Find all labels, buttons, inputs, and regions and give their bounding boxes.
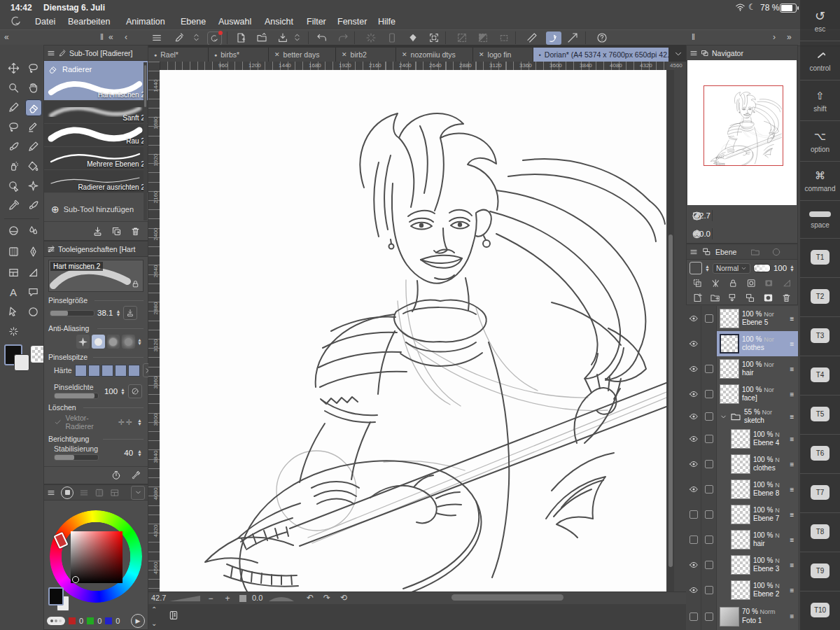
doc-tab-logo-fin[interactable]: ✕logo fin (473, 48, 533, 62)
redo-icon[interactable] (337, 32, 349, 43)
palette-color-stepper[interactable]: ▲▼ (705, 265, 710, 272)
panel-menu-icon[interactable] (690, 49, 698, 57)
layer-row-clothes-selected[interactable]: 100 % Norclothes≡ (686, 331, 798, 357)
sv-square[interactable] (71, 531, 122, 583)
command-icon[interactable]: ⌘ (800, 169, 840, 182)
tool-move[interactable] (6, 60, 21, 76)
layer-row-ebene5[interactable]: 100 % NorEbene 5≡ (686, 306, 798, 332)
control-key[interactable]: control (800, 64, 840, 72)
tab-color-slider-icon[interactable] (79, 488, 89, 498)
save-icon[interactable] (277, 32, 288, 43)
tool-blend-brush[interactable] (25, 197, 41, 213)
size-source-button[interactable] (123, 306, 137, 320)
subtool-item-3[interactable]: Mehrere Ebenen 2 (44, 147, 148, 170)
layer-checkbox[interactable] (701, 426, 717, 451)
space-key[interactable]: space (800, 221, 840, 229)
rotate-reset-icon[interactable]: ⟲ (340, 593, 347, 603)
companion-device-icon[interactable] (386, 32, 398, 43)
zoom-in-icon[interactable]: + (223, 594, 232, 603)
blend-mode-select[interactable]: Normal (713, 263, 750, 274)
tool-fill[interactable] (25, 158, 41, 174)
layer-checkbox[interactable] (701, 382, 717, 407)
layer-grip-icon[interactable]: ≡ (788, 413, 797, 421)
brush-preview[interactable]: Hart mischen 2 (48, 260, 144, 292)
key-t1[interactable]: T1 (811, 250, 830, 265)
doc-tab-birb2[interactable]: ✕birb2 (336, 48, 396, 62)
visibility-off-box[interactable] (686, 603, 701, 630)
visibility-eye-icon[interactable] (686, 356, 701, 382)
panel-menu-icon[interactable] (47, 245, 55, 253)
menu-ansicht[interactable]: Ansicht (265, 17, 293, 27)
tool-brush[interactable] (6, 139, 21, 154)
help-icon[interactable] (596, 32, 608, 43)
nav-fullscreen-icon[interactable] (690, 209, 704, 223)
tool-liquify[interactable] (25, 223, 41, 238)
key-t7[interactable]: T7 (811, 485, 830, 500)
navigator-preview[interactable] (687, 60, 797, 205)
option-icon[interactable]: ⌥ (800, 130, 840, 143)
subtool-group-radierer[interactable]: Radierer (44, 61, 148, 78)
layer-row-ebene3[interactable]: 100 % NEbene 3≡ (686, 552, 798, 578)
layer-grip-icon[interactable]: ≡ (788, 461, 797, 468)
layer-grip-icon[interactable]: ≡ (788, 536, 797, 544)
panel-menu-icon[interactable] (47, 489, 55, 497)
density-stepper[interactable]: ▲▼ (120, 388, 125, 395)
vector-eraser-row[interactable]: Vektor-Radierer ✛✛ ▲▼ (54, 414, 142, 430)
vertical-scrollbar[interactable] (667, 70, 674, 592)
key-t3[interactable]: T3 (811, 328, 830, 343)
visibility-eye-icon[interactable] (686, 407, 701, 426)
color-options-icon[interactable]: ▶ (131, 614, 145, 628)
layer-mask-icon[interactable] (762, 292, 774, 304)
key-t10[interactable]: T10 (811, 603, 830, 617)
layer-grip-icon[interactable]: ≡ (788, 587, 797, 594)
layer-checkbox[interactable] (701, 306, 717, 331)
layer-checkbox[interactable] (701, 578, 717, 603)
visibility-off-box[interactable] (686, 527, 701, 552)
key-t9[interactable]: T9 (811, 564, 830, 578)
tool-inkpen[interactable] (25, 139, 41, 154)
layer-grip-icon[interactable]: ≡ (788, 612, 797, 620)
csp-badge-icon[interactable] (207, 31, 222, 46)
layer-grip-icon[interactable]: ≡ (788, 365, 797, 373)
option-key[interactable]: option (800, 146, 840, 153)
tab-color-wheel-icon[interactable] (61, 486, 74, 499)
tab-layer-property-icon[interactable] (750, 247, 760, 257)
command-key[interactable]: command (800, 185, 840, 192)
menu-bearbeiten[interactable]: Bearbeiten (68, 17, 110, 27)
folder-collapse-icon[interactable] (720, 413, 727, 421)
collapse-left-icon[interactable]: « (4, 32, 9, 42)
transform-icon[interactable] (428, 32, 440, 43)
size-stepper[interactable]: ▲▼ (115, 309, 120, 316)
subtool-item-0[interactable]: Hart mischen 2 (44, 78, 148, 101)
tool-marker[interactable] (25, 119, 41, 134)
zoom-value[interactable]: 42.7 (151, 594, 166, 602)
pen-settings-icon[interactable] (174, 32, 185, 43)
subtool-item-4[interactable]: Radierer ausrichten 2 (44, 170, 148, 193)
menu-datei[interactable]: Datei (35, 17, 55, 27)
subtool-scrollbar[interactable] (144, 62, 147, 220)
lock-transparent-icon[interactable] (746, 278, 757, 288)
vector-stepper[interactable]: ▲▼ (137, 419, 142, 426)
panel-divider-icon[interactable]: ‖ (100, 32, 104, 42)
tool-settings-icon[interactable] (131, 470, 141, 480)
transfer-layer-icon[interactable] (727, 293, 738, 303)
tool-operation[interactable] (25, 60, 41, 76)
collapse-subtool-icon[interactable]: « (108, 32, 113, 42)
layer-row-ebene8[interactable]: 100 % NEbene 8≡ (686, 477, 798, 503)
visibility-off-box[interactable] (686, 502, 701, 527)
zoom-fit-icon[interactable] (239, 595, 246, 602)
tool-decoration[interactable] (25, 178, 41, 193)
tab-animation-icon[interactable] (771, 247, 781, 257)
color-mixer-icon[interactable] (47, 617, 65, 625)
expand-updown-icon[interactable] (192, 32, 201, 43)
key-t4[interactable]: T4 (811, 368, 830, 382)
tool-eraser[interactable] (25, 99, 42, 116)
menu-fenster[interactable]: Fenster (337, 17, 367, 27)
layer-checkbox[interactable] (701, 477, 717, 502)
visibility-eye-icon[interactable] (686, 426, 701, 451)
aa-weak-button[interactable] (92, 335, 105, 349)
tool-colorize[interactable] (6, 178, 21, 193)
layer-checkbox[interactable] (701, 603, 717, 630)
layer-grip-icon[interactable]: ≡ (788, 561, 797, 569)
space-icon[interactable] (809, 211, 831, 217)
